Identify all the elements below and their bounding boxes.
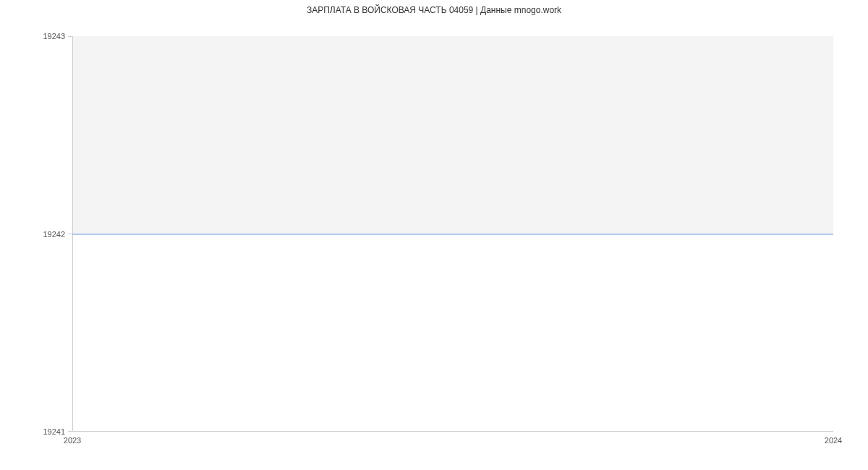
chart-title: ЗАРПЛАТА В ВОЙСКОВАЯ ЧАСТЬ 04059 | Данны… — [0, 5, 868, 15]
y-tick-label: 19241 — [43, 427, 65, 436]
y-tick-label: 19242 — [43, 230, 65, 239]
chart-container: ЗАРПЛАТА В ВОЙСКОВАЯ ЧАСТЬ 04059 | Данны… — [0, 0, 868, 470]
y-tick — [68, 36, 72, 37]
y-tick-label: 19243 — [43, 32, 65, 40]
plot-shaded-band — [72, 36, 833, 234]
y-tick — [68, 431, 72, 432]
x-axis-line — [72, 431, 833, 432]
plot-area: 19241 19242 19243 2023 2024 — [72, 36, 833, 432]
x-tick-label: 2023 — [64, 436, 81, 445]
x-tick-label: 2024 — [825, 436, 842, 445]
data-line — [72, 234, 833, 234]
